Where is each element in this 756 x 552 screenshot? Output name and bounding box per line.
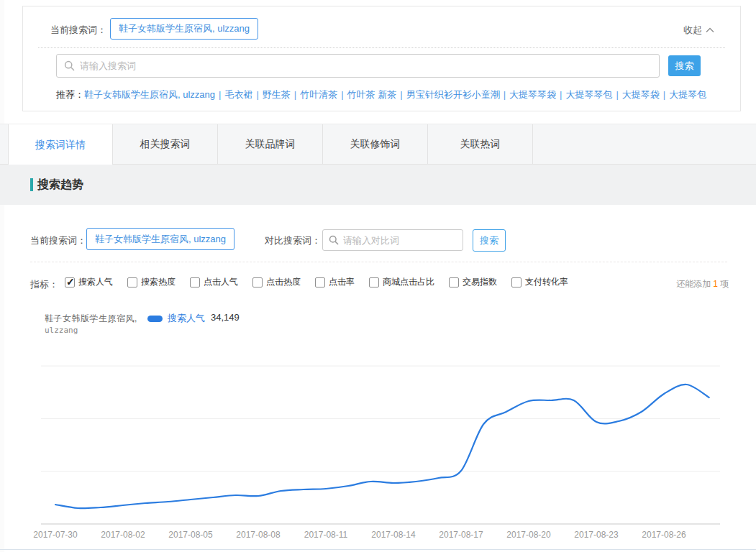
keyword-search-box <box>56 54 660 78</box>
checkbox-icon[interactable] <box>449 277 459 288</box>
trend-chart: 2017-07-302017-08-022017-08-052017-08-08… <box>0 336 756 545</box>
collapse-label: 收起 <box>683 24 702 37</box>
recommend-separator: | <box>256 89 258 100</box>
metrics-checkbox-row: 搜索人气搜索热度点击人气点击热度点击率商城点击占比交易指数支付转化率 <box>65 276 568 288</box>
metric-option-label: 商城点击占比 <box>383 276 434 288</box>
recommend-separator: | <box>560 89 562 100</box>
recommend-link[interactable]: 鞋子女韩版学生原宿风, ulzzang <box>84 89 215 100</box>
x-axis-tick-label: 2017-08-14 <box>361 530 426 540</box>
metric-option-商城点击占比[interactable]: 商城点击占比 <box>369 276 434 288</box>
recommend-link[interactable]: 大提琴包 <box>669 89 706 100</box>
compare-search-input[interactable] <box>343 235 457 246</box>
add-more-prefix: 还能添加 <box>676 279 711 289</box>
x-axis-tick-label: 2017-08-02 <box>91 530 155 540</box>
dotted-divider <box>38 47 725 48</box>
recommend-link[interactable]: 野生茶 <box>263 89 291 100</box>
add-more-suffix: 项 <box>720 279 729 289</box>
recommend-separator: | <box>504 89 506 100</box>
recommend-separator: | <box>663 89 665 100</box>
recommend-separator: | <box>219 89 221 100</box>
current-keyword-card: 当前搜索词： 鞋子女韩版学生原宿风, ulzzang 收起 搜索 推荐：鞋子女韩… <box>22 6 741 111</box>
recommend-separator: | <box>616 89 618 100</box>
legend-term-line2: ulzzang <box>45 326 152 335</box>
trend-current-keyword-tag[interactable]: 鞋子女韩版学生原宿风, ulzzang <box>86 228 234 250</box>
legend-metric-name[interactable]: 搜索人气 <box>168 312 205 325</box>
compare-keyword-label: 对比搜索词： <box>265 234 321 247</box>
x-axis-tick-label: 2017-08-17 <box>429 530 493 540</box>
chevron-up-icon <box>706 27 714 33</box>
dashed-divider <box>30 262 727 262</box>
metric-option-label: 交易指数 <box>463 276 497 288</box>
compare-search-button[interactable]: 搜索 <box>473 229 506 252</box>
add-more-hint: 还能添加1项 <box>676 278 729 290</box>
recommend-link[interactable]: 大提琴琴包 <box>565 89 612 100</box>
section-title: 搜索趋势 <box>37 178 83 193</box>
x-axis-tick-label: 2017-08-11 <box>293 530 358 540</box>
checkbox-icon[interactable] <box>252 277 263 288</box>
legend-series-marker[interactable] <box>147 316 163 322</box>
x-axis-tick-label: 2017-08-23 <box>564 530 629 540</box>
recommend-separator: | <box>400 89 402 100</box>
tab-搜索词详情[interactable]: 搜索词详情 <box>8 124 113 166</box>
x-axis-tick-label: 2017-08-20 <box>496 530 561 540</box>
metric-option-点击人气[interactable]: 点击人气 <box>190 276 238 288</box>
metric-option-label: 点击率 <box>329 276 355 288</box>
metric-option-点击率[interactable]: 点击率 <box>315 276 355 288</box>
add-more-count: 1 <box>713 279 718 289</box>
metric-option-支付转化率[interactable]: 支付转化率 <box>511 276 568 288</box>
current-keyword-tag[interactable]: 鞋子女韩版学生原宿风, ulzzang <box>110 18 258 40</box>
x-axis-tick-label: 2017-08-05 <box>158 530 223 540</box>
x-axis-tick-label: 2017-07-30 <box>23 530 88 540</box>
metric-option-label: 点击热度 <box>266 276 301 288</box>
section-accent-bar <box>30 178 33 191</box>
metric-option-label: 支付转化率 <box>525 276 568 288</box>
recommend-separator: | <box>294 89 296 100</box>
search-icon <box>64 60 75 71</box>
recommend-link[interactable]: 男宝针织衫开衫小童潮 <box>406 89 500 100</box>
tab-关联品牌词[interactable]: 关联品牌词 <box>218 124 323 164</box>
compare-search-box <box>322 229 463 251</box>
tab-关联修饰词[interactable]: 关联修饰词 <box>323 124 428 164</box>
search-button[interactable]: 搜索 <box>668 55 701 76</box>
legend-term-line1: 鞋子女韩版学生原宿风, <box>45 313 152 325</box>
metric-option-点击热度[interactable]: 点击热度 <box>252 276 301 288</box>
collapse-control[interactable]: 收起 <box>683 24 714 37</box>
checkbox-icon[interactable] <box>315 277 325 288</box>
metric-option-label: 搜索热度 <box>141 276 176 288</box>
bottom-divider <box>0 549 756 550</box>
trend-current-keyword-label: 当前搜索词： <box>30 234 86 247</box>
x-axis-tick-label: 2017-08-08 <box>226 530 291 540</box>
recommend-separator: | <box>341 89 343 100</box>
tab-相关搜索词[interactable]: 相关搜索词 <box>113 124 218 164</box>
recommend-row: 推荐：鞋子女韩版学生原宿风, ulzzang|毛衣裙|野生茶|竹叶清茶|竹叶茶 … <box>56 88 725 101</box>
current-keyword-label: 当前搜索词： <box>50 24 106 37</box>
tab-关联热词[interactable]: 关联热词 <box>428 124 533 164</box>
metric-option-label: 点击人气 <box>204 276 238 288</box>
x-axis-tick-label: 2017-08-26 <box>632 530 696 540</box>
checkbox-icon[interactable] <box>190 277 200 288</box>
legend-metric-value: 34,149 <box>211 312 240 323</box>
metric-option-搜索热度[interactable]: 搜索热度 <box>127 276 176 288</box>
recommend-link[interactable]: 大提琴琴袋 <box>509 89 556 100</box>
metric-option-交易指数[interactable]: 交易指数 <box>449 276 497 288</box>
tab-bar: 搜索词详情相关搜索词关联品牌词关联修饰词关联热词 <box>0 124 756 165</box>
metric-option-搜索人气[interactable]: 搜索人气 <box>65 276 113 288</box>
series-line-搜索人气 <box>55 385 709 508</box>
recommend-label: 推荐： <box>56 89 84 100</box>
recommend-link[interactable]: 竹叶茶 新茶 <box>347 89 397 100</box>
checkbox-checked-icon[interactable] <box>65 277 75 288</box>
recommend-link[interactable]: 大提琴袋 <box>622 89 660 100</box>
metric-option-label: 搜索人气 <box>78 276 113 288</box>
checkbox-icon[interactable] <box>127 277 137 288</box>
metrics-label: 指标： <box>30 278 58 291</box>
search-icon <box>329 235 339 245</box>
recommend-link[interactable]: 竹叶清茶 <box>300 89 337 100</box>
trend-line-chart-svg <box>0 336 756 545</box>
checkbox-icon[interactable] <box>369 277 379 288</box>
keyword-analytics-page: 当前搜索词： 鞋子女韩版学生原宿风, ulzzang 收起 搜索 推荐：鞋子女韩… <box>0 0 756 552</box>
checkbox-icon[interactable] <box>511 277 522 288</box>
recommend-link[interactable]: 毛衣裙 <box>224 89 252 100</box>
keyword-search-input[interactable] <box>80 60 652 71</box>
section-header-band: 搜索趋势 <box>0 165 756 205</box>
legend-term: 鞋子女韩版学生原宿风, ulzzang <box>45 313 152 335</box>
